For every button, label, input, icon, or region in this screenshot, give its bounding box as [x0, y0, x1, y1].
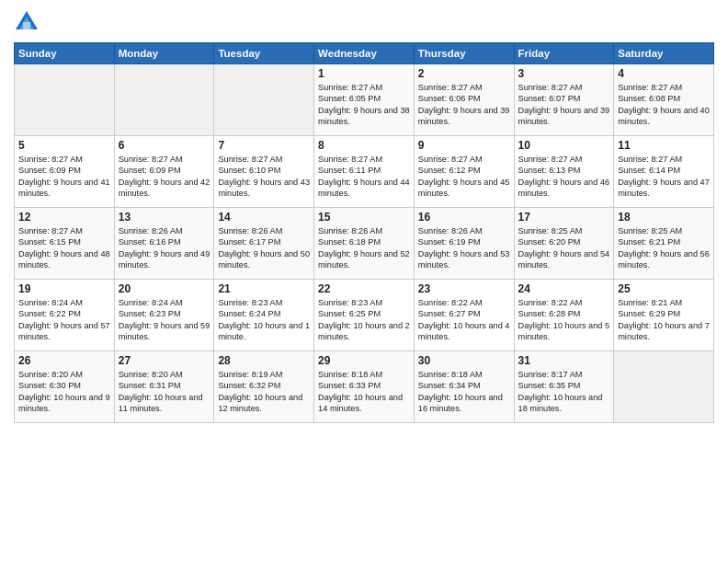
calendar-cell: 8Sunrise: 8:27 AM Sunset: 6:11 PM Daylig… — [314, 136, 415, 208]
calendar-cell: 7Sunrise: 8:27 AM Sunset: 6:10 PM Daylig… — [214, 136, 314, 208]
calendar-cell: 22Sunrise: 8:23 AM Sunset: 6:25 PM Dayli… — [314, 280, 415, 351]
day-number: 7 — [218, 139, 310, 152]
day-number: 17 — [518, 211, 610, 224]
day-number: 16 — [418, 211, 510, 224]
calendar-cell: 30Sunrise: 8:18 AM Sunset: 6:34 PM Dayli… — [414, 351, 514, 423]
calendar-cell: 11Sunrise: 8:27 AM Sunset: 6:14 PM Dayli… — [614, 136, 714, 208]
day-header-thursday: Thursday — [414, 43, 514, 64]
day-info: Sunrise: 8:27 AM Sunset: 6:13 PM Dayligh… — [518, 154, 610, 200]
day-number: 6 — [119, 139, 210, 152]
day-info: Sunrise: 8:19 AM Sunset: 6:32 PM Dayligh… — [218, 369, 310, 415]
calendar-week-1: 5Sunrise: 8:27 AM Sunset: 6:09 PM Daylig… — [15, 136, 714, 208]
calendar-page: SundayMondayTuesdayWednesdayThursdayFrid… — [0, 0, 728, 563]
calendar-cell: 23Sunrise: 8:22 AM Sunset: 6:27 PM Dayli… — [414, 280, 514, 351]
calendar-cell: 13Sunrise: 8:26 AM Sunset: 6:16 PM Dayli… — [114, 208, 214, 280]
svg-rect-2 — [23, 22, 30, 29]
day-header-sunday: Sunday — [15, 43, 115, 64]
day-number: 4 — [618, 67, 710, 80]
day-info: Sunrise: 8:27 AM Sunset: 6:15 PM Dayligh… — [18, 225, 110, 271]
day-info: Sunrise: 8:20 AM Sunset: 6:31 PM Dayligh… — [119, 369, 210, 415]
calendar-cell: 5Sunrise: 8:27 AM Sunset: 6:09 PM Daylig… — [15, 136, 115, 208]
calendar-week-3: 19Sunrise: 8:24 AM Sunset: 6:22 PM Dayli… — [15, 280, 714, 351]
day-info: Sunrise: 8:27 AM Sunset: 6:08 PM Dayligh… — [618, 82, 710, 128]
calendar-cell: 28Sunrise: 8:19 AM Sunset: 6:32 PM Dayli… — [214, 351, 314, 423]
day-info: Sunrise: 8:22 AM Sunset: 6:28 PM Dayligh… — [518, 297, 610, 343]
day-number: 10 — [518, 139, 610, 152]
day-number: 21 — [218, 282, 310, 295]
calendar-cell: 9Sunrise: 8:27 AM Sunset: 6:12 PM Daylig… — [414, 136, 514, 208]
calendar-cell: 1Sunrise: 8:27 AM Sunset: 6:05 PM Daylig… — [314, 64, 415, 136]
calendar-cell: 15Sunrise: 8:26 AM Sunset: 6:18 PM Dayli… — [314, 208, 415, 280]
calendar-cell: 4Sunrise: 8:27 AM Sunset: 6:08 PM Daylig… — [614, 64, 714, 136]
day-number: 30 — [418, 354, 510, 367]
day-number: 5 — [18, 139, 110, 152]
calendar-cell: 6Sunrise: 8:27 AM Sunset: 6:09 PM Daylig… — [114, 136, 214, 208]
day-number: 19 — [18, 282, 110, 295]
day-number: 3 — [518, 67, 610, 80]
day-info: Sunrise: 8:27 AM Sunset: 6:05 PM Dayligh… — [318, 82, 410, 128]
day-number: 13 — [119, 211, 210, 224]
day-info: Sunrise: 8:24 AM Sunset: 6:22 PM Dayligh… — [18, 297, 110, 343]
day-header-monday: Monday — [114, 43, 214, 64]
day-info: Sunrise: 8:27 AM Sunset: 6:09 PM Dayligh… — [18, 154, 110, 200]
calendar-cell: 24Sunrise: 8:22 AM Sunset: 6:28 PM Dayli… — [514, 280, 614, 351]
day-number: 22 — [318, 282, 410, 295]
day-info: Sunrise: 8:18 AM Sunset: 6:34 PM Dayligh… — [418, 369, 510, 415]
day-number: 26 — [18, 354, 110, 367]
calendar-header-row: SundayMondayTuesdayWednesdayThursdayFrid… — [15, 43, 714, 64]
calendar-week-0: 1Sunrise: 8:27 AM Sunset: 6:05 PM Daylig… — [15, 64, 714, 136]
day-info: Sunrise: 8:27 AM Sunset: 6:11 PM Dayligh… — [318, 154, 410, 200]
calendar-cell: 18Sunrise: 8:25 AM Sunset: 6:21 PM Dayli… — [614, 208, 714, 280]
day-info: Sunrise: 8:27 AM Sunset: 6:09 PM Dayligh… — [119, 154, 210, 200]
day-info: Sunrise: 8:23 AM Sunset: 6:24 PM Dayligh… — [218, 297, 310, 343]
day-info: Sunrise: 8:20 AM Sunset: 6:30 PM Dayligh… — [18, 369, 110, 415]
calendar-cell — [15, 64, 115, 136]
logo-icon — [14, 9, 40, 35]
day-info: Sunrise: 8:26 AM Sunset: 6:19 PM Dayligh… — [418, 225, 510, 271]
calendar-cell: 31Sunrise: 8:17 AM Sunset: 6:35 PM Dayli… — [514, 351, 614, 423]
day-info: Sunrise: 8:18 AM Sunset: 6:33 PM Dayligh… — [318, 369, 410, 415]
day-info: Sunrise: 8:23 AM Sunset: 6:25 PM Dayligh… — [318, 297, 410, 343]
calendar-table: SundayMondayTuesdayWednesdayThursdayFrid… — [14, 42, 714, 423]
calendar-cell: 14Sunrise: 8:26 AM Sunset: 6:17 PM Dayli… — [214, 208, 314, 280]
calendar-cell: 3Sunrise: 8:27 AM Sunset: 6:07 PM Daylig… — [514, 64, 614, 136]
calendar-cell: 27Sunrise: 8:20 AM Sunset: 6:31 PM Dayli… — [114, 351, 214, 423]
day-number: 2 — [418, 67, 510, 80]
day-number: 1 — [318, 67, 410, 80]
day-number: 14 — [218, 211, 310, 224]
calendar-week-2: 12Sunrise: 8:27 AM Sunset: 6:15 PM Dayli… — [15, 208, 714, 280]
day-info: Sunrise: 8:26 AM Sunset: 6:17 PM Dayligh… — [218, 225, 310, 271]
calendar-cell: 26Sunrise: 8:20 AM Sunset: 6:30 PM Dayli… — [15, 351, 115, 423]
calendar-cell: 25Sunrise: 8:21 AM Sunset: 6:29 PM Dayli… — [614, 280, 714, 351]
day-info: Sunrise: 8:27 AM Sunset: 6:14 PM Dayligh… — [618, 154, 710, 200]
day-header-saturday: Saturday — [614, 43, 714, 64]
calendar-cell: 29Sunrise: 8:18 AM Sunset: 6:33 PM Dayli… — [314, 351, 415, 423]
calendar-cell: 19Sunrise: 8:24 AM Sunset: 6:22 PM Dayli… — [15, 280, 115, 351]
day-number: 29 — [318, 354, 410, 367]
day-info: Sunrise: 8:27 AM Sunset: 6:06 PM Dayligh… — [418, 82, 510, 128]
day-number: 12 — [18, 211, 110, 224]
day-number: 28 — [218, 354, 310, 367]
day-info: Sunrise: 8:25 AM Sunset: 6:21 PM Dayligh… — [618, 225, 710, 271]
calendar-cell: 20Sunrise: 8:24 AM Sunset: 6:23 PM Dayli… — [114, 280, 214, 351]
day-info: Sunrise: 8:22 AM Sunset: 6:27 PM Dayligh… — [418, 297, 510, 343]
calendar-cell: 21Sunrise: 8:23 AM Sunset: 6:24 PM Dayli… — [214, 280, 314, 351]
calendar-cell — [214, 64, 314, 136]
day-number: 31 — [518, 354, 610, 367]
calendar-cell: 17Sunrise: 8:25 AM Sunset: 6:20 PM Dayli… — [514, 208, 614, 280]
day-number: 23 — [418, 282, 510, 295]
calendar-cell: 12Sunrise: 8:27 AM Sunset: 6:15 PM Dayli… — [15, 208, 115, 280]
day-info: Sunrise: 8:24 AM Sunset: 6:23 PM Dayligh… — [119, 297, 210, 343]
day-header-tuesday: Tuesday — [214, 43, 314, 64]
header — [14, 9, 714, 35]
day-info: Sunrise: 8:27 AM Sunset: 6:12 PM Dayligh… — [418, 154, 510, 200]
day-number: 20 — [119, 282, 210, 295]
day-header-wednesday: Wednesday — [314, 43, 415, 64]
calendar-week-4: 26Sunrise: 8:20 AM Sunset: 6:30 PM Dayli… — [15, 351, 714, 423]
day-info: Sunrise: 8:27 AM Sunset: 6:07 PM Dayligh… — [518, 82, 610, 128]
calendar-cell — [114, 64, 214, 136]
day-number: 18 — [618, 211, 710, 224]
day-number: 8 — [318, 139, 410, 152]
day-header-friday: Friday — [514, 43, 614, 64]
day-number: 11 — [618, 139, 710, 152]
